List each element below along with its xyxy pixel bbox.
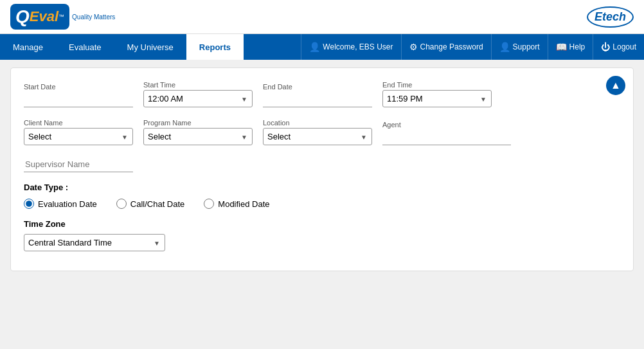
- date-type-label: Date Type :: [24, 183, 620, 192]
- agent-input[interactable]: [382, 130, 511, 145]
- end-date-input[interactable]: [263, 92, 372, 107]
- timezone-section: Time Zone Central Standard Time Eastern …: [24, 219, 620, 251]
- logo-tm: ™: [58, 13, 64, 20]
- logo-sub: Quality Matters: [72, 13, 115, 21]
- nav-change-password[interactable]: ⚙ Change Password: [401, 34, 491, 60]
- radio-modified-date-input[interactable]: [204, 199, 214, 209]
- end-date-group: End Date: [263, 83, 372, 107]
- support-icon: 👤: [499, 42, 510, 52]
- location-group: Location Select: [263, 119, 372, 145]
- radio-evaluation-date[interactable]: Evaluation Date: [24, 199, 97, 209]
- radio-modified-date[interactable]: Modified Date: [204, 199, 269, 209]
- start-time-select[interactable]: 12:00 AM 12:30 AM 1:00 AM 11:59 PM: [143, 90, 253, 107]
- program-name-label: Program Name: [143, 119, 253, 127]
- client-select-wrapper: Select: [24, 128, 133, 145]
- collapse-button[interactable]: ▲: [606, 76, 625, 95]
- nav-support[interactable]: 👤 Support: [491, 34, 548, 60]
- nav-welcome: 👤 Welcome, EBS User: [301, 34, 400, 60]
- location-select-wrapper: Select: [263, 128, 372, 145]
- radio-evaluation-date-input[interactable]: [24, 199, 34, 209]
- nav-logout[interactable]: ⏻ Logout: [593, 34, 644, 60]
- program-select-wrapper: Select: [143, 128, 253, 145]
- start-date-group: Start Date: [24, 83, 133, 107]
- nav-help[interactable]: 📖 Help: [548, 34, 593, 60]
- nav-my-universe[interactable]: My Universe: [114, 34, 186, 60]
- radio-modified-date-label: Modified Date: [218, 199, 269, 209]
- date-time-row: Start Date Start Time 12:00 AM 12:30 AM …: [24, 81, 620, 107]
- nav-right: 👤 Welcome, EBS User ⚙ Change Password 👤 …: [301, 34, 644, 60]
- etech-logo: Etech: [587, 6, 634, 28]
- client-name-label: Client Name: [24, 119, 133, 127]
- start-date-label: Start Date: [24, 83, 133, 91]
- supervisor-row: [24, 157, 620, 172]
- main-content: ▲ Start Date Start Time 12:00 AM 12:30 A…: [0, 60, 644, 279]
- client-name-select[interactable]: Select: [24, 128, 133, 145]
- program-name-group: Program Name Select: [143, 119, 253, 145]
- filter-card: ▲ Start Date Start Time 12:00 AM 12:30 A…: [10, 67, 634, 271]
- logo-eval: Eval: [30, 8, 58, 25]
- nav-reports[interactable]: Reports: [186, 34, 244, 60]
- client-program-row: Client Name Select Program Name Select L…: [24, 119, 620, 145]
- agent-label: Agent: [382, 121, 511, 129]
- logo-box: Q Eval ™: [10, 4, 69, 30]
- location-select[interactable]: Select: [263, 128, 372, 145]
- end-time-select-wrapper: 12:00 AM 11:00 PM 11:30 PM 11:59 PM: [382, 90, 492, 107]
- nav-manage[interactable]: Manage: [0, 34, 56, 60]
- radio-group: Evaluation Date Call/Chat Date Modified …: [24, 199, 620, 209]
- timezone-select[interactable]: Central Standard Time Eastern Standard T…: [24, 234, 165, 251]
- radio-call-chat-date-input[interactable]: [116, 199, 127, 209]
- user-icon: 👤: [309, 42, 320, 52]
- logout-icon: ⏻: [601, 42, 610, 52]
- top-bar: Q Eval ™ Quality Matters Etech: [0, 0, 644, 34]
- start-time-group: Start Time 12:00 AM 12:30 AM 1:00 AM 11:…: [143, 81, 253, 107]
- logo-area: Q Eval ™ Quality Matters: [10, 4, 115, 30]
- help-icon: 📖: [556, 42, 567, 52]
- end-time-group: End Time 12:00 AM 11:00 PM 11:30 PM 11:5…: [382, 81, 492, 107]
- timezone-label: Time Zone: [24, 219, 620, 229]
- radio-call-chat-date[interactable]: Call/Chat Date: [116, 199, 185, 209]
- start-time-select-wrapper: 12:00 AM 12:30 AM 1:00 AM 11:59 PM: [143, 90, 253, 107]
- radio-call-chat-date-label: Call/Chat Date: [130, 199, 185, 209]
- program-name-select[interactable]: Select: [143, 128, 253, 145]
- nav-bar: Manage Evaluate My Universe Reports 👤 We…: [0, 34, 644, 60]
- agent-group: Agent: [382, 121, 511, 145]
- nav-evaluate[interactable]: Evaluate: [56, 34, 114, 60]
- start-time-label: Start Time: [143, 81, 253, 89]
- date-type-section: Date Type : Evaluation Date Call/Chat Da…: [24, 183, 620, 209]
- timezone-select-wrapper: Central Standard Time Eastern Standard T…: [24, 234, 165, 251]
- supervisor-input[interactable]: [24, 157, 133, 172]
- logo-q: Q: [15, 6, 30, 27]
- end-date-label: End Date: [263, 83, 372, 91]
- gear-icon: ⚙: [409, 42, 418, 52]
- location-label: Location: [263, 119, 372, 127]
- start-date-input[interactable]: [24, 92, 133, 107]
- client-name-group: Client Name Select: [24, 119, 133, 145]
- radio-evaluation-date-label: Evaluation Date: [38, 199, 97, 209]
- end-time-select[interactable]: 12:00 AM 11:00 PM 11:30 PM 11:59 PM: [382, 90, 492, 107]
- end-time-label: End Time: [382, 81, 492, 89]
